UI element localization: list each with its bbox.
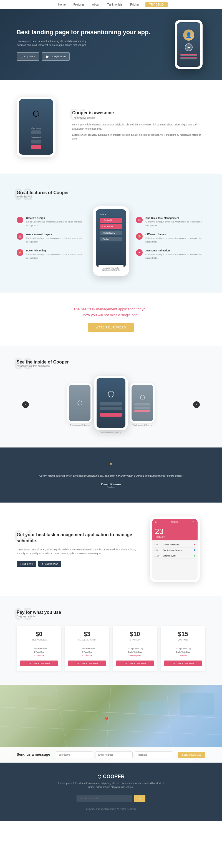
app-googleplay-button[interactable]: ▶ Google Play	[38, 561, 61, 567]
footer-email-input[interactable]	[77, 795, 132, 802]
inside-subtitle: Amazeness of this application	[17, 365, 205, 367]
cta-video-button[interactable]: WATCH OUR VIDEO	[88, 323, 134, 332]
slider-prev-button[interactable]: ‹	[22, 401, 29, 408]
features-phone-mockup: Tasks ✓ Design UI ✓ Wireframe ○ Code Rev…	[93, 206, 129, 276]
price-label-1: SMALL VERSION	[68, 639, 106, 641]
nav-about[interactable]: About	[92, 3, 99, 6]
svg-rect-5	[28, 696, 50, 707]
section-number-features: 02	[14, 186, 33, 203]
contact-message-input[interactable]	[135, 751, 172, 758]
price-limit-3: Unlimited	[164, 654, 202, 657]
hero-text-block: Best landing page for presentioning your…	[17, 28, 161, 60]
feature-icon-r1: 🎨	[136, 233, 143, 240]
price-label-2: STARTUP	[116, 639, 154, 641]
price-feature-1-1: 5 Task Day	[68, 651, 106, 653]
contact-name-input[interactable]	[56, 751, 93, 758]
price-btn-0[interactable]: GET STARTED NOW	[20, 660, 58, 666]
app-phone: ☰ Timeline 🔍 23 February 4:45 Device Wir…	[150, 517, 205, 582]
hamburger-icon: ☰	[155, 521, 156, 523]
footer-description: Lorem ipsum dolor sit amet, consectetur …	[56, 781, 166, 789]
footer-logo-text: COOPER	[103, 774, 124, 780]
price-feature-3-0: 15 Days Free Day	[164, 647, 202, 650]
android-icon: ▶	[46, 54, 49, 59]
footer-logo-icon: ⬡	[98, 774, 101, 779]
task-dot-1	[194, 549, 195, 551]
nav-features[interactable]: Features	[74, 3, 84, 6]
testimonial-author: David Ramon	[22, 483, 200, 486]
slider-phone-right: ⬡ Track account | Sign In	[130, 383, 155, 426]
feature-icon-2: ⚡	[17, 249, 23, 256]
section-number-pricing: 05	[14, 606, 33, 622]
task-time-1: 2:20	[154, 549, 161, 552]
slider-phones: ⬡ Track account | Sign In ⬡ Track accoun…	[67, 376, 155, 434]
task-title-0: Device Wireframe	[163, 544, 192, 546]
cta-normal-1: The	[74, 307, 81, 311]
hero-description: Lorem ipsum dolor sit amet, adipiscing e…	[17, 39, 94, 47]
features-title: Great features of Cooper	[17, 190, 205, 195]
login-btn-mock	[31, 145, 41, 149]
appstore-button[interactable]:  App Store	[17, 52, 39, 61]
app-screen-header: ☰ Timeline 🔍	[152, 519, 197, 525]
about-phone-mockup: ⬡ Username Password	[17, 97, 56, 157]
testimonial-section: " "Lorem ipsum dolor sit amet, consectet…	[0, 447, 222, 502]
nav-pricing[interactable]: Pricing	[130, 3, 139, 6]
price-feature-0-1: 1 Task Day	[20, 651, 58, 653]
section-number-app: 04	[14, 528, 33, 544]
slider-phone-left: ⬡ Track account | Sign In	[67, 383, 92, 426]
screen-sm-left: ⬡	[69, 385, 90, 421]
search-icon: 🔍	[192, 521, 195, 523]
price-card-1: $3 SMALL VERSION 7 Days Free Day 5 Task …	[65, 626, 109, 671]
phone-bars	[180, 53, 197, 60]
app-text: 04 Get your best task management applica…	[17, 532, 139, 567]
feature-item-2: ⚡ Powerful Coding Cid tei vel similique …	[17, 249, 86, 260]
footer-submit-button[interactable]: →	[134, 795, 146, 802]
slider-container: ‹ ⬡ Track account | Sign In ⬡	[17, 376, 205, 434]
center-logo-icon: ⬡	[107, 389, 115, 399]
contact-email-input[interactable]	[95, 751, 133, 758]
about-section: ⬡ Username Password 01 Cooper is awesome…	[0, 80, 222, 174]
contact-send-button[interactable]: SEND MESSAGE	[178, 752, 205, 758]
app-appstore-button[interactable]:  App Store	[17, 561, 36, 567]
features-grid: ✦ Creative Design Cid tei vel similique …	[17, 206, 205, 276]
feature-text-1: User Centered Layout Cid tei vel similiq…	[26, 233, 86, 244]
feature-item-r0: ☑ One Click Task Management Cid tei vel …	[136, 217, 205, 227]
price-card-2: $10 STARTUP 10 Days Free Day Daily Task …	[113, 626, 157, 671]
pricing-section: 05 Pay for what you use Easy and simple …	[0, 596, 222, 685]
cta-normal-2: for you,	[136, 307, 148, 311]
task-item-1: ✓ Design UI	[100, 218, 122, 223]
task-item-3: ○ Code Review	[100, 230, 122, 235]
feature-item-r1: 🎨 Different Themes Cid tei vel similique…	[136, 233, 205, 244]
app-description: Lorem ipsum dolor sit amet, adipiscing e…	[17, 548, 139, 556]
inside-title: See the inside of Cooper	[17, 360, 205, 365]
price-btn-2[interactable]: GET STARTED NOW	[116, 660, 154, 666]
price-amount-0: $0	[20, 630, 58, 638]
cta-line2: now you will not miss a single one!	[83, 313, 139, 317]
price-card-3: $15 COMPANY 15 Days Free Day Daily Task …	[161, 626, 205, 671]
map-pin: 📍	[103, 716, 110, 723]
price-btn-3[interactable]: GET STARTED NOW	[164, 660, 202, 666]
price-btn-1[interactable]: GET STARTED NOW	[68, 660, 106, 666]
slider-caption-right: Track account | Sign In	[130, 424, 155, 426]
play-button[interactable]: ▶	[185, 43, 193, 51]
password-label: Password	[31, 136, 41, 138]
phone-avatar: 👤	[183, 29, 194, 41]
task-time-0: 4:45	[154, 544, 161, 546]
googlestore-button[interactable]: ▶ Google Store	[42, 52, 70, 61]
apple-icon: 	[21, 54, 22, 59]
nav-testimonials[interactable]: Testimonials	[107, 3, 122, 6]
pricing-title: Pay for what you use	[17, 610, 205, 615]
feature-icon-r2: ★	[136, 249, 143, 256]
slider-phone-center: ⬡ Track account | Sign up	[94, 376, 128, 434]
nav-cta-button[interactable]: TRY DEMO	[145, 2, 168, 7]
feature-text-0: Creative Design Cid tei vel similique dm…	[26, 217, 86, 227]
hero-buttons:  App Store ▶ Google Store	[17, 52, 161, 61]
feature-title-2: Powerful Coding	[26, 249, 86, 252]
features-subtitle: Enjoy the look	[17, 195, 205, 198]
feature-item-1: ◎ User Centered Layout Cid tei vel simil…	[17, 233, 86, 244]
feature-icon-r0: ☑	[136, 217, 143, 223]
feature-title-r0: One Click Task Management	[145, 217, 205, 219]
slider-next-button[interactable]: ›	[193, 401, 200, 408]
price-limit-1: 50 Projects	[68, 654, 106, 657]
nav-home[interactable]: Home	[58, 3, 66, 6]
slider-caption-left: Track account | Sign In	[67, 424, 92, 426]
